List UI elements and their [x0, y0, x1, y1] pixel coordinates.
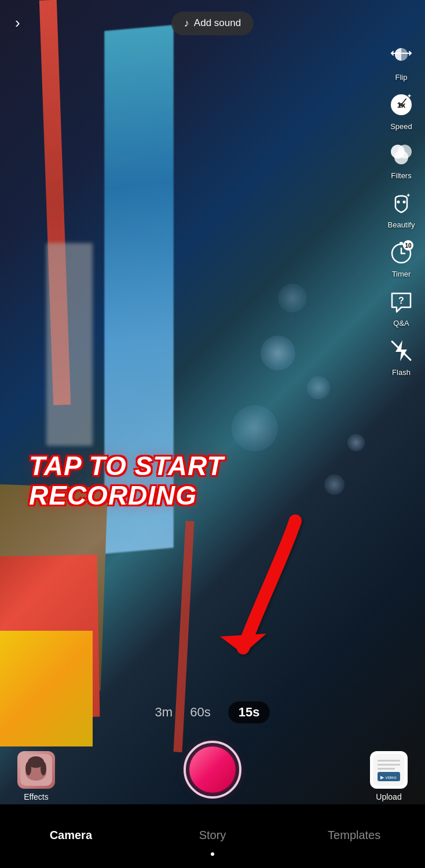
flash-svg [389, 338, 414, 363]
svg-point-11 [403, 201, 406, 204]
beautify-svg: ✦ [389, 190, 414, 216]
upload-label: Upload [376, 792, 401, 801]
flash-label: Flash [392, 368, 411, 377]
svg-text:✦: ✦ [407, 93, 412, 99]
effects-avatar [17, 751, 55, 789]
duration-60s[interactable]: 60s [190, 705, 210, 720]
bokeh-4 [347, 434, 365, 451]
duration-15s[interactable]: 15s [228, 701, 270, 723]
tab-story[interactable]: Story [142, 823, 284, 848]
svg-point-27 [41, 762, 46, 775]
flash-icon [386, 336, 416, 366]
box-3 [0, 631, 93, 746]
svg-text:▶ video: ▶ video [380, 775, 397, 780]
qa-label: Q&A [393, 319, 409, 328]
bokeh-3 [232, 405, 278, 451]
svg-text:›: › [15, 15, 20, 31]
add-sound-button[interactable]: ♪ Add sound [171, 12, 254, 35]
record-button[interactable] [184, 741, 241, 799]
qa-control[interactable]: ? Q&A [386, 286, 416, 328]
flip-icon [386, 41, 416, 71]
close-icon: › [15, 15, 31, 31]
add-sound-label: Add sound [194, 17, 241, 29]
beautify-label: Beautify [388, 220, 415, 229]
svg-rect-15 [400, 242, 403, 245]
filters-label: Filters [391, 171, 411, 180]
svg-rect-31 [378, 768, 395, 770]
timer-control[interactable]: 10 Timer [386, 237, 416, 278]
svg-point-10 [397, 201, 400, 204]
qa-icon: ? [386, 286, 416, 317]
flip-svg [390, 45, 412, 67]
camera-viewfinder [0, 0, 425, 804]
svg-point-26 [25, 762, 31, 775]
beautify-control[interactable]: ✦ Beautify [386, 188, 416, 229]
effects-label: Effects [24, 792, 49, 801]
nav-tabs: Camera Story Templates [0, 817, 425, 848]
filters-control[interactable]: Filters [386, 139, 416, 180]
record-button-outer [184, 741, 241, 799]
bokeh-1 [261, 336, 295, 370]
upload-button[interactable]: ▶ video Upload [370, 751, 408, 801]
music-note-icon: ♪ [184, 17, 189, 30]
svg-text:✦: ✦ [406, 192, 411, 198]
bokeh-5 [278, 284, 307, 312]
arrow-graphic [203, 509, 330, 671]
upload-thumbnail-svg: ▶ video [373, 754, 405, 786]
flip-label: Flip [395, 73, 408, 82]
arrow-svg [203, 509, 330, 671]
tab-camera-label: Camera [50, 829, 92, 841]
tab-story-label: Story [199, 829, 226, 841]
flip-control[interactable]: Flip [386, 41, 416, 82]
nav-active-dot [211, 852, 214, 856]
filters-icon [386, 139, 416, 169]
effects-avatar-svg [20, 754, 52, 786]
bokeh-2 [307, 376, 330, 399]
top-bar: › ♪ Add sound [0, 0, 425, 46]
speed-label: Speed [390, 122, 412, 131]
svg-rect-30 [378, 764, 400, 766]
timer-icon: 10 [386, 237, 416, 267]
qa-svg: ? [389, 289, 414, 314]
upload-thumbnail: ▶ video [370, 751, 408, 789]
tap-to-record-text: Tap to start recording [29, 451, 376, 510]
speed-icon: 1x ✦ [386, 90, 416, 120]
svg-point-9 [394, 150, 408, 164]
duration-3m[interactable]: 3m [155, 705, 173, 720]
tab-templates-label: Templates [328, 829, 380, 841]
flash-control[interactable]: Flash [386, 336, 416, 377]
svg-rect-29 [378, 760, 400, 762]
beautify-icon: ✦ [386, 188, 416, 218]
filters-svg [389, 141, 414, 167]
timer-svg: 10 [389, 240, 414, 265]
svg-marker-21 [220, 634, 266, 654]
right-controls-panel: Flip 1x ✦ Speed Filters [386, 41, 416, 380]
duration-bar: 3m 60s 15s [0, 701, 425, 723]
svg-text:10: 10 [405, 242, 412, 249]
blurred-content [46, 243, 93, 446]
tab-templates[interactable]: Templates [283, 823, 425, 848]
record-button-inner [189, 746, 236, 793]
effects-button[interactable]: Effects [17, 751, 55, 801]
timer-label: Timer [392, 270, 411, 278]
speed-control[interactable]: 1x ✦ Speed [386, 90, 416, 131]
tap-text-content: Tap to start recording [29, 451, 224, 510]
close-button[interactable]: › [12, 12, 35, 35]
speed-svg: 1x ✦ [389, 92, 414, 117]
tab-camera[interactable]: Camera [0, 823, 142, 848]
bottom-navigation: Camera Story Templates [0, 804, 425, 868]
svg-text:?: ? [398, 296, 404, 306]
